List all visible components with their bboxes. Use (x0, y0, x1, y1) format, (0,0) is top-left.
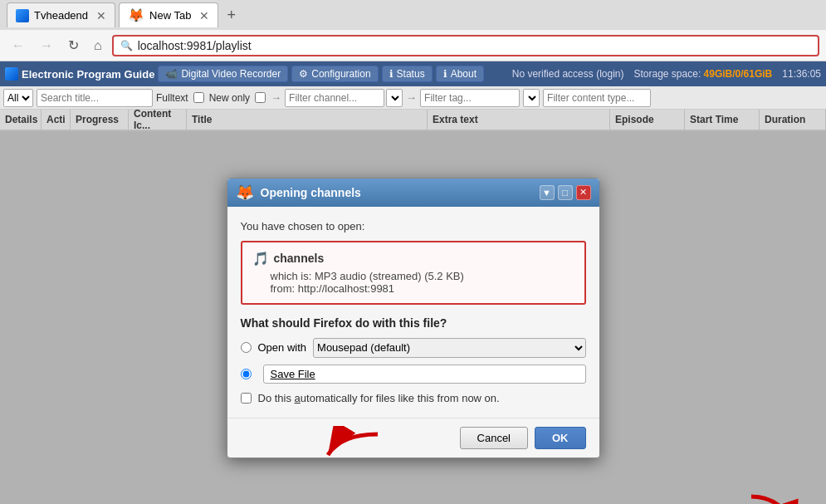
about-label: About (451, 68, 477, 80)
open-with-radio[interactable] (241, 342, 252, 353)
filter-arrow-left: → (271, 91, 281, 104)
th-progress: Progress (71, 110, 129, 130)
th-extra-text: Extra text (428, 110, 610, 130)
storage-label: Storage space: (634, 68, 701, 80)
th-episode: Episode (610, 110, 685, 130)
app-section-label: Electronic Program Guide (22, 68, 154, 81)
save-file-label: Save File (263, 365, 586, 384)
file-type-desc: which is: MP3 audio (streamed) (5.2 KB) (271, 270, 574, 282)
th-details: Details (0, 110, 42, 130)
auth-detail: (login) (596, 68, 623, 80)
status-button[interactable]: ℹ Status (382, 66, 433, 82)
file-source: from: http://localhost:9981 (271, 282, 574, 295)
open-with-select[interactable]: Mousepad (default) (313, 338, 585, 358)
channel-filter-input[interactable] (285, 89, 384, 107)
modal-close-button[interactable]: ✕ (576, 185, 591, 200)
content-type-filter-input[interactable] (543, 89, 651, 107)
new-only-label: New only (209, 92, 250, 104)
new-only-checkbox[interactable] (255, 92, 266, 103)
ok-button[interactable]: OK (535, 427, 586, 449)
modal-title-buttons: ▼ □ ✕ (540, 185, 591, 200)
fulltext-label: Fulltext (156, 92, 188, 104)
modal-title: Opening channels (261, 186, 533, 199)
type-select[interactable]: All (3, 89, 33, 107)
open-with-label: Open with (258, 341, 307, 354)
tab-tvheadend-close[interactable]: ✕ (96, 9, 106, 22)
auto-check-row: Do this automatically for files like thi… (241, 392, 586, 404)
fulltext-checkbox[interactable] (193, 92, 204, 103)
modal-titlebar: 🦊 Opening channels ▼ □ ✕ (227, 179, 599, 207)
th-acti: Acti (42, 110, 71, 130)
about-icon: ℹ (443, 68, 447, 80)
save-file-row: Save File (241, 365, 586, 384)
auth-info: No verified access (login) (512, 68, 624, 80)
tag-dropdown[interactable] (523, 89, 540, 107)
channel-filter-wrap (285, 89, 403, 107)
firefox-modal-icon: 🦊 (236, 183, 254, 202)
th-start-time: Start Time (685, 110, 760, 130)
tab-newtab[interactable]: 🦊 New Tab ✕ (119, 2, 218, 27)
modal-body: You have chosen to open: 🎵 channels whic… (227, 207, 599, 418)
app-logo-icon (5, 67, 18, 81)
arrow-left-indicator (315, 426, 382, 476)
dvr-label: Digital Video Recorder (181, 68, 281, 80)
opening-channels-dialog: 🦊 Opening channels ▼ □ ✕ You have chosen… (227, 178, 600, 458)
modal-intro-text: You have chosen to open: (241, 220, 586, 232)
browser-window: Tvheadend ✕ 🦊 New Tab ✕ + ← → ↻ ⌂ 🔍 Elec… (0, 0, 826, 504)
status-icon: ℹ (389, 68, 393, 80)
action-question: What should Firefox do with this file? (241, 316, 586, 330)
config-label: Configuration (311, 68, 370, 80)
new-tab-button[interactable]: + (222, 7, 241, 24)
dvr-button[interactable]: 📹 Digital Video Recorder (158, 66, 288, 82)
search-title-input[interactable] (37, 89, 153, 107)
app-logo: Electronic Program Guide (5, 67, 154, 81)
tab-tvheadend[interactable]: Tvheadend ✕ (7, 2, 115, 27)
modal-maximize-button[interactable]: □ (558, 185, 573, 200)
firefox-favicon: 🦊 (128, 7, 144, 23)
status-label: Status (397, 68, 425, 80)
modal-minimize-button[interactable]: ▼ (540, 185, 555, 200)
file-name: channels (274, 252, 325, 265)
th-duration: Duration (760, 110, 826, 130)
dvr-icon: 📹 (165, 68, 178, 80)
app-toolbar: Electronic Program Guide 📹 Digital Video… (0, 61, 826, 86)
tab-bar: Tvheadend ✕ 🦊 New Tab ✕ + (0, 0, 826, 30)
modal-overlay: 🦊 Opening channels ▼ □ ✕ You have chosen… (0, 131, 826, 504)
address-bar[interactable]: 🔍 (112, 35, 819, 56)
nav-bar: ← → ↻ ⌂ 🔍 (0, 30, 826, 61)
th-content-ic: Content Ic... (129, 110, 187, 130)
config-button[interactable]: ⚙ Configuration (291, 66, 378, 82)
back-button[interactable]: ← (7, 37, 30, 55)
home-button[interactable]: ⌂ (89, 37, 107, 55)
tvh-favicon (16, 9, 29, 22)
modal-footer: Cancel OK (227, 418, 599, 458)
file-name-row: 🎵 channels (252, 251, 574, 267)
about-button[interactable]: ℹ About (436, 66, 484, 82)
filter-arrow-right: → (406, 91, 417, 104)
tag-filter-input[interactable] (420, 89, 520, 107)
file-info-box: 🎵 channels which is: MP3 audio (streamed… (241, 241, 586, 305)
reload-button[interactable]: ↻ (63, 36, 84, 55)
tab-tvheadend-label: Tvheadend (34, 9, 88, 22)
storage-info: Storage space: 49GiB/0/61GiB (634, 68, 773, 80)
cancel-button[interactable]: Cancel (460, 427, 528, 449)
config-icon: ⚙ (299, 68, 308, 80)
channel-dropdown[interactable] (386, 89, 403, 107)
address-input[interactable] (138, 39, 811, 52)
save-file-radio[interactable] (241, 369, 252, 379)
auth-status: No verified access (512, 68, 594, 80)
tab-newtab-close[interactable]: ✕ (199, 9, 209, 22)
arrow-right-indicator (735, 488, 818, 504)
auto-checkbox[interactable] (241, 393, 252, 404)
search-icon: 🔍 (120, 40, 133, 51)
filter-bar: All Fulltext New only → → (0, 86, 826, 110)
storage-value: 49GiB/0/61GiB (704, 68, 773, 80)
th-title: Title (187, 110, 428, 130)
music-file-icon: 🎵 (252, 251, 269, 267)
auto-label: Do this automatically for files like thi… (258, 392, 500, 404)
content-area: 🦊 Opening channels ▼ □ ✕ You have chosen… (0, 131, 826, 504)
tab-newtab-label: New Tab (149, 9, 191, 22)
table-header: Details Acti Progress Content Ic... Titl… (0, 110, 826, 131)
open-with-row: Open with Mousepad (default) (241, 338, 586, 358)
forward-button[interactable]: → (35, 37, 58, 55)
